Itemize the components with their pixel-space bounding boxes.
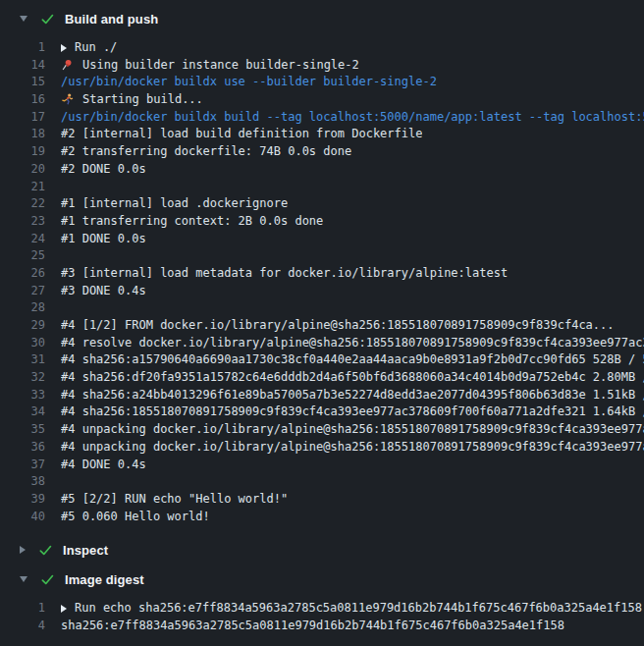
log-line: 40 #5 0.060 Hello world! (0, 509, 644, 526)
log-text: #4 DONE 0.4s (61, 457, 146, 474)
log-section: Image digest 1 Run echo sha256:e7ff8834a… (0, 568, 644, 634)
check-icon (38, 543, 53, 558)
log-line: 20 #2 DONE 0.0s (0, 161, 644, 179)
log-text: #3 DONE 0.4s (61, 283, 146, 300)
log-line: 30 #4 resolve docker.io/library/alpine@s… (0, 335, 644, 352)
log-line: 37 #4 DONE 0.4s (0, 457, 644, 474)
log-line: 34 #4 sha256:185518070891758909c9f839cf4… (0, 404, 644, 421)
log-text: Using builder instance builder-single-2 (82, 57, 359, 75)
line-number[interactable]: 32 (0, 369, 45, 387)
line-number[interactable]: 18 (0, 126, 45, 143)
line-number[interactable]: 36 (0, 439, 45, 457)
log-line: 38 (0, 473, 644, 491)
line-number[interactable]: 22 (0, 195, 45, 213)
log-line: 23 #1 transferring context: 2B 0.0s done (0, 213, 644, 231)
log-text: Run ./ (75, 39, 117, 57)
log-line: 26 #3 [internal] load metadata for docke… (0, 265, 644, 283)
log-text: #5 0.060 Hello world! (61, 509, 210, 526)
line-number[interactable]: 19 (0, 143, 45, 161)
log-text: /usr/bin/docker buildx use --builder bui… (61, 74, 437, 91)
log-section: Inspect (0, 539, 644, 561)
log-text: /usr/bin/docker buildx build --tag local… (61, 109, 644, 127)
line-number[interactable]: 28 (0, 299, 45, 317)
log-line: 28 (0, 299, 644, 317)
chevron-down-icon (20, 16, 27, 22)
pushpin-icon (61, 59, 74, 72)
line-number[interactable]: 33 (0, 387, 45, 404)
run-expander-icon[interactable] (61, 44, 67, 52)
line-number[interactable]: 31 (0, 351, 45, 369)
line-number[interactable]: 20 (0, 161, 45, 179)
log-line: 25 (0, 247, 644, 265)
line-number[interactable]: 1 (0, 39, 45, 57)
log-text: #4 sha256:df20fa9351a15782c64e6dddb2d4a6… (61, 369, 644, 387)
check-icon (40, 572, 55, 587)
log-line: 1 Run ./ (0, 39, 644, 57)
section-header[interactable]: Inspect (0, 539, 644, 561)
line-number[interactable]: 40 (0, 509, 45, 526)
line-number[interactable]: 14 (0, 57, 45, 75)
log-text: #2 DONE 0.0s (61, 161, 146, 179)
section-log-lines: 1 Run echo sha256:e7ff8834a5963a2785c5a0… (0, 600, 644, 634)
log-line: 14 Using builder instance builder-single… (0, 57, 644, 75)
log-line: 29 #4 [1/2] FROM docker.io/library/alpin… (0, 317, 644, 335)
section-title: Image digest (65, 572, 144, 587)
line-number[interactable]: 21 (0, 179, 45, 196)
section-log-lines: 1 Run ./ 14 Using builder instance build… (0, 39, 644, 525)
section-header[interactable]: Image digest (0, 568, 644, 590)
log-section: Build and push 1 Run ./ 14 Using builder… (0, 8, 644, 525)
log-text: #5 [2/2] RUN echo "Hello world!" (61, 491, 288, 509)
log-text: sha256:e7ff8834a5963a2785c5a0811e979d16b… (61, 618, 564, 635)
log-text: #2 transferring dockerfile: 74B 0.0s don… (61, 143, 351, 161)
log-text: Starting build... (82, 91, 203, 109)
log-line: 22 #1 [internal] load .dockerignore (0, 195, 644, 213)
log-line: 16 Starting build... (0, 91, 644, 109)
line-number[interactable]: 25 (0, 247, 45, 265)
line-number[interactable]: 35 (0, 421, 45, 439)
section-header[interactable]: Build and push (0, 8, 644, 29)
log-text: #1 transferring context: 2B 0.0s done (61, 213, 323, 231)
log-line: 39 #5 [2/2] RUN echo "Hello world!" (0, 491, 644, 509)
log-line: 31 #4 sha256:a15790640a6690aa1730c38cf0a… (0, 351, 644, 369)
log-text: Run echo sha256:e7ff8834a5963a2785c5a081… (75, 600, 642, 618)
check-icon (40, 12, 55, 27)
log-line: 27 #3 DONE 0.4s (0, 283, 644, 300)
line-number[interactable]: 1 (0, 600, 45, 618)
line-number[interactable]: 17 (0, 109, 45, 127)
log-line: 19 #2 transferring dockerfile: 74B 0.0s … (0, 143, 644, 161)
log-text: #4 sha256:185518070891758909c9f839cf4ca3… (61, 404, 644, 421)
chevron-right-icon (20, 546, 26, 554)
section-title: Build and push (65, 12, 158, 27)
line-number[interactable]: 15 (0, 74, 45, 91)
log-text: #1 DONE 0.0s (61, 231, 146, 248)
log-line: 1 Run echo sha256:e7ff8834a5963a2785c5a0… (0, 600, 644, 618)
line-number[interactable]: 27 (0, 283, 45, 300)
line-number[interactable]: 23 (0, 213, 45, 231)
log-text: #1 [internal] load .dockerignore (61, 195, 288, 213)
line-number[interactable]: 16 (0, 91, 45, 109)
log-text: #4 unpacking docker.io/library/alpine@sh… (61, 439, 644, 457)
log-text: #3 [internal] load metadata for docker.i… (61, 265, 508, 283)
log-text: #2 [internal] load build definition from… (61, 126, 422, 143)
line-number[interactable]: 24 (0, 231, 45, 248)
section-title: Inspect (63, 543, 108, 558)
run-expander-icon[interactable] (61, 605, 67, 613)
line-number[interactable]: 38 (0, 473, 45, 491)
line-number[interactable]: 4 (0, 618, 45, 635)
log-text: #4 sha256:a15790640a6690aa1730c38cf0a440… (61, 351, 644, 369)
log-text: #4 [1/2] FROM docker.io/library/alpine@s… (61, 317, 615, 335)
log-line: 4 sha256:e7ff8834a5963a2785c5a0811e979d1… (0, 618, 644, 635)
log-line: 32 #4 sha256:df20fa9351a15782c64e6dddb2d… (0, 369, 644, 387)
log-line: 18 #2 [internal] load build definition f… (0, 126, 644, 143)
line-number[interactable]: 26 (0, 265, 45, 283)
line-number[interactable]: 39 (0, 491, 45, 509)
log-line: 35 #4 unpacking docker.io/library/alpine… (0, 421, 644, 439)
line-number[interactable]: 30 (0, 335, 45, 352)
chevron-down-icon (20, 576, 27, 582)
line-number[interactable]: 34 (0, 404, 45, 421)
line-number[interactable]: 37 (0, 457, 45, 474)
runner-icon (61, 93, 74, 106)
log-line: 24 #1 DONE 0.0s (0, 231, 644, 248)
log-line: 33 #4 sha256:a24bb4013296f61e89ba57005a7… (0, 387, 644, 404)
line-number[interactable]: 29 (0, 317, 45, 335)
